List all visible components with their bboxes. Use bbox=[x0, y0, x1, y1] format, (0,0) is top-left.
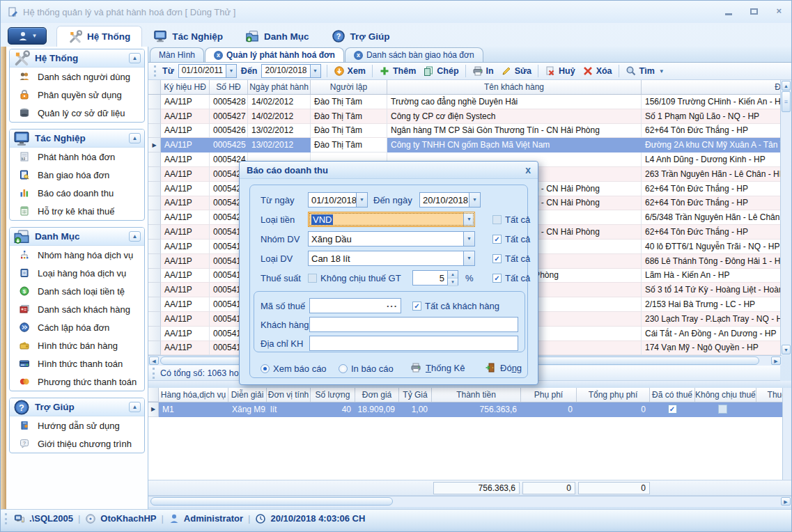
sidebar-item-bao-cao-doanh-thu[interactable]: Báo cáo doanh thu bbox=[10, 184, 144, 202]
column-header-don-gia[interactable]: Đơn giá bbox=[355, 388, 399, 402]
sidebar-item-huong-dan-su-dung[interactable]: Hướng dẫn sử dụng bbox=[10, 416, 144, 435]
sua-button[interactable]: Sửa bbox=[497, 63, 535, 79]
invoice-row[interactable]: AA/11P000542613/02/2012Đào Thị TâmNgân h… bbox=[148, 124, 782, 139]
tab-close-icon[interactable]: x bbox=[214, 51, 223, 60]
sidebar-group-header-he-thong[interactable]: Hệ Thống▲ bbox=[10, 49, 144, 68]
line-item-row[interactable]: ▶M1Xăng M92lít4018.909,091,00756.363,600… bbox=[148, 402, 784, 417]
chevron-down-icon[interactable]: ▼ bbox=[356, 193, 367, 207]
chevron-down-icon[interactable]: ▼ bbox=[226, 65, 236, 77]
huy-button[interactable]: Huỷ bbox=[541, 63, 579, 79]
ribbon-tab-danh-muc[interactable]: Danh Mục bbox=[234, 26, 320, 47]
dialog-currency-combo[interactable]: VND ▼ bbox=[308, 212, 475, 227]
customer-address-input[interactable] bbox=[309, 336, 518, 351]
sidebar-item-ban-giao-hoa-don[interactable]: Bàn giao hóa đơn bbox=[10, 166, 144, 184]
sidebar-group-header-tro-giup[interactable]: ?Trợ Giúp▲ bbox=[10, 398, 144, 416]
application-menu-button[interactable]: ▼ bbox=[8, 27, 47, 45]
scroll-right-arrow-icon[interactable]: ▶ bbox=[771, 357, 781, 365]
them-button[interactable]: Thêm bbox=[375, 63, 419, 79]
sidebar-item-hinh-thuc-thanh-toan[interactable]: Hình thức thanh toán bbox=[10, 354, 144, 373]
tab-quan-ly-phat-hanh-hoa-don[interactable]: xQuản lý phát hành hoá đơn bbox=[205, 47, 344, 62]
currency-all-checkbox[interactable]: Tất cả bbox=[492, 214, 530, 225]
xem-button[interactable]: Xem bbox=[330, 63, 369, 79]
ribbon-tab-tac-nghiep[interactable]: Tác Nghiệp bbox=[142, 26, 234, 47]
ribbon-tab-he-thong[interactable]: Hệ Thống bbox=[56, 26, 142, 47]
tax-all-checkbox[interactable]: ✓ Tất cả bbox=[492, 273, 530, 283]
ellipsis-button[interactable]: ··· bbox=[387, 301, 398, 311]
maximize-button[interactable] bbox=[750, 8, 758, 15]
dialog-group-combo[interactable]: Xăng Dầu ▼ bbox=[308, 231, 475, 247]
sidebar-group-header-danh-muc[interactable]: Danh Mục▲ bbox=[10, 228, 144, 246]
sidebar-item-danh-sach-nguoi-dung[interactable]: Danh sách người dùng bbox=[10, 68, 144, 86]
scroll-left-arrow-icon[interactable]: ◀ bbox=[149, 357, 159, 365]
from-date-picker[interactable]: 01/10/2011 ▼ bbox=[178, 64, 237, 78]
sidebar-item-quan-ly-co-so-du-lieu[interactable]: Quản lý cơ sở dữ liệu bbox=[10, 104, 144, 122]
column-header-don-vi-tinh[interactable]: Đơn vị tính bbox=[267, 388, 311, 402]
xoa-button[interactable]: Xóa bbox=[579, 63, 616, 79]
tax-code-input[interactable]: ··· bbox=[309, 298, 401, 313]
invoice-row[interactable]: ▶AA/11P000542513/02/2012Đào Thị TâmCông … bbox=[148, 138, 782, 152]
scroll-down-arrow-icon[interactable]: ▼ bbox=[782, 345, 791, 354]
chevron-down-icon[interactable]: ▼ bbox=[463, 232, 474, 246]
sidebar-item-ho-tro-ke-khai-thue[interactable]: Hỗ trợ kê khai thuế bbox=[10, 202, 144, 220]
column-header-dia-chi[interactable]: Địa chỉ bbox=[642, 80, 782, 94]
column-header-dien-giai[interactable]: Diễn giải bbox=[228, 388, 267, 402]
scrollbar-thumb[interactable] bbox=[782, 91, 791, 112]
da-co-thue-checkbox[interactable]: ✓ bbox=[668, 405, 677, 414]
chevron-down-icon[interactable]: ▼ bbox=[463, 251, 474, 265]
invoice-row[interactable]: AA/11P000542814/02/2012Đào Thị TâmTrường… bbox=[148, 95, 782, 109]
tax-rate-spinner[interactable]: 5 ▲▼ bbox=[412, 270, 458, 285]
sidebar-item-gioi-thieu-chuong-trinh[interactable]: ?Giới thiệu chương trình bbox=[10, 435, 144, 453]
sidebar-item-cach-lap-hoa-don[interactable]: Cách lập hóa đơn bbox=[10, 318, 144, 336]
tim-button[interactable]: Tìm▼ bbox=[622, 63, 668, 79]
sidebar-item-danh-sach-khach-hang[interactable]: Danh sách khách hàng bbox=[10, 300, 144, 318]
scrollbar-thumb[interactable] bbox=[150, 497, 393, 506]
line-items-vertical-scrollbar[interactable] bbox=[782, 388, 791, 480]
statistics-button[interactable]: Thống Kê bbox=[410, 362, 465, 373]
tab-danh-sach-ban-giao-hoa-don[interactable]: xDanh sách bàn giao hóa đơn bbox=[345, 47, 483, 62]
chep-button[interactable]: Chép bbox=[419, 63, 462, 79]
column-header-ngay-phat-hanh[interactable]: Ngày phát hành bbox=[248, 80, 311, 94]
tab-man-hinh[interactable]: Màn Hình bbox=[150, 47, 204, 62]
column-header-phu-phi[interactable]: Phụ phí bbox=[521, 388, 577, 402]
all-customers-checkbox[interactable]: ✓ Tất cả khách hàng bbox=[412, 301, 499, 311]
column-header-thue[interactable]: Thuế bbox=[756, 388, 784, 402]
sidebar-item-hinh-thuc-ban-hang[interactable]: Hình thức bán hàng bbox=[10, 336, 144, 354]
dialog-title-bar[interactable]: Báo cáo doanh thu x bbox=[240, 162, 538, 179]
chevron-down-icon[interactable]: ▼ bbox=[469, 193, 480, 207]
collapse-chevron-icon[interactable]: ▲ bbox=[129, 53, 141, 63]
column-header-nguoi-lap[interactable]: Người lập bbox=[311, 80, 387, 94]
scroll-right-arrow-icon[interactable]: ▶ bbox=[781, 497, 791, 506]
scroll-up-arrow-icon[interactable]: ▲ bbox=[782, 81, 791, 91]
to-date-picker[interactable]: 20/10/2018 ▼ bbox=[261, 64, 320, 78]
minimize-button[interactable] bbox=[725, 13, 732, 15]
type-all-checkbox[interactable]: ✓ Tất cả bbox=[492, 253, 530, 264]
spin-up-icon[interactable]: ▲ bbox=[448, 271, 458, 279]
invoice-row[interactable]: AA/11P000542714/02/2012Đào Thị TâmCông t… bbox=[148, 109, 782, 124]
collapse-chevron-icon[interactable]: ▲ bbox=[129, 231, 141, 242]
column-header-ten-khach-hang[interactable]: Tên khách hàng bbox=[387, 80, 642, 94]
sidebar-item-danh-sach-loai-tien-te[interactable]: $Danh sách loại tiền tệ bbox=[10, 282, 144, 300]
sidebar-group-header-tac-nghiep[interactable]: Tác Nghiệp▲ bbox=[10, 130, 144, 148]
chevron-down-icon[interactable]: ▼ bbox=[463, 212, 474, 226]
column-header-hang-hoa-dich-vu[interactable]: Hàng hóa,dịch vụ bbox=[159, 388, 228, 402]
customer-input[interactable] bbox=[309, 317, 518, 332]
column-header-ky-hieu-hd[interactable]: Ký hiệu HĐ bbox=[161, 80, 210, 94]
in-button[interactable]: In bbox=[469, 63, 497, 79]
group-all-checkbox[interactable]: ✓ Tất cả bbox=[492, 234, 530, 244]
sidebar-item-nhom-hang-hoa-dich-vu[interactable]: Nhóm hàng hóa dịch vụ bbox=[10, 246, 144, 264]
chevron-down-icon[interactable]: ▼ bbox=[310, 65, 320, 77]
spin-down-icon[interactable]: ▼ bbox=[448, 279, 458, 286]
column-header-so-hd[interactable]: Số HĐ bbox=[210, 80, 248, 94]
dialog-type-combo[interactable]: Can 18 lít ▼ bbox=[308, 251, 475, 266]
collapse-chevron-icon[interactable]: ▲ bbox=[129, 402, 141, 412]
sidebar-item-phuong-thuc-thanh-toan[interactable]: Phương thức thanh toán bbox=[10, 373, 144, 391]
spinner-arrows[interactable]: ▲▼ bbox=[447, 271, 458, 285]
khong-chiu-thue-checkbox[interactable] bbox=[718, 405, 727, 414]
ribbon-tab-tro-giup[interactable]: ?Trợ Giúp bbox=[320, 26, 401, 47]
sidebar-item-loai-hang-hoa-dich-vu[interactable]: Loại hàng hóa dịch vụ bbox=[10, 264, 144, 282]
close-button[interactable]: × bbox=[776, 6, 782, 16]
dialog-from-date-picker[interactable]: 01/10/2018 ▼ bbox=[308, 192, 368, 208]
tab-close-icon[interactable]: x bbox=[354, 51, 363, 60]
column-header-thanh-tien[interactable]: Thành tiền bbox=[432, 388, 521, 402]
view-report-radio[interactable]: Xem báo cáo bbox=[261, 363, 327, 374]
